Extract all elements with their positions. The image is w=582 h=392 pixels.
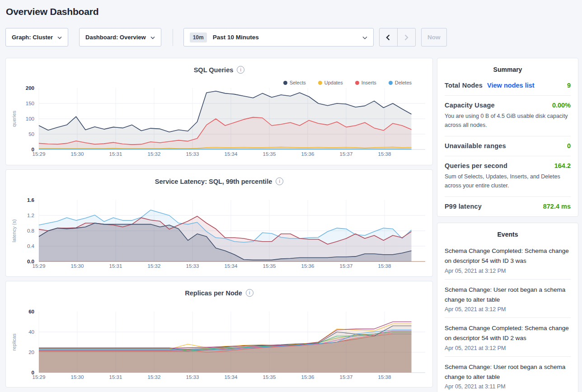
- page-title: Overview Dashboard: [0, 0, 582, 17]
- svg-text:15:30: 15:30: [71, 151, 84, 157]
- svg-text:60: 60: [28, 309, 34, 314]
- summary-row: Unavailable ranges0: [445, 136, 571, 156]
- summary-value: 872.4 ms: [543, 203, 571, 210]
- svg-text:15:35: 15:35: [263, 263, 276, 269]
- graph-dropdown[interactable]: Graph: Cluster: [5, 28, 68, 47]
- svg-text:queries: queries: [11, 110, 17, 127]
- svg-text:15:36: 15:36: [301, 374, 314, 380]
- svg-text:15:38: 15:38: [378, 263, 391, 269]
- event-item[interactable]: Schema Change Completed: Schema change o…: [445, 318, 571, 357]
- event-message: Schema Change Completed: Schema change o…: [445, 246, 571, 266]
- svg-text:15:37: 15:37: [340, 151, 353, 157]
- summary-label: Unavailable ranges: [445, 142, 506, 149]
- time-next-button[interactable]: [397, 28, 415, 46]
- svg-text:40: 40: [28, 329, 34, 335]
- time-prev-button[interactable]: [380, 28, 397, 46]
- svg-text:15:31: 15:31: [109, 263, 122, 269]
- svg-text:1.6: 1.6: [27, 197, 34, 203]
- time-nav-group: [379, 28, 416, 47]
- summary-row: Capacity Usage0.00%You are using 0 B of …: [445, 96, 571, 136]
- chevron-down-icon: [362, 33, 367, 42]
- charts-column: SQL Queries i SelectsUpdatesInsertsDelet…: [5, 58, 433, 387]
- svg-text:150: 150: [26, 101, 34, 106]
- svg-text:20: 20: [28, 350, 34, 355]
- summary-value: 9: [567, 82, 571, 89]
- event-message: Schema Change: User root began a schema …: [445, 285, 571, 305]
- chart-card-replicas-per-node: Replicas per Node i 604020015:2915:3015:…: [5, 281, 433, 387]
- svg-text:1.2: 1.2: [27, 213, 34, 218]
- chart-title: SQL Queries: [194, 66, 234, 74]
- summary-label: Total Nodes: [445, 82, 483, 89]
- summary-label: Capacity Usage: [445, 102, 495, 109]
- svg-text:15:32: 15:32: [148, 263, 161, 269]
- toolbar: Graph: Cluster Dashboard: Overview 10m P…: [5, 28, 577, 47]
- svg-text:15:37: 15:37: [340, 374, 353, 380]
- svg-text:50: 50: [28, 131, 34, 137]
- svg-text:15:29: 15:29: [33, 151, 46, 157]
- service-latency-chart[interactable]: 1.61.20.80.40.015:2915:3015:3115:3215:33…: [6, 196, 432, 272]
- replicas-per-node-chart[interactable]: 604020015:2915:3015:3115:3215:3315:3415:…: [6, 307, 432, 384]
- chevron-down-icon: [57, 34, 62, 41]
- svg-text:15:37: 15:37: [340, 263, 353, 269]
- svg-text:15:33: 15:33: [186, 374, 199, 380]
- summary-row: Queries per second164.2Sum of Selects, U…: [445, 156, 571, 197]
- svg-text:100: 100: [26, 116, 34, 121]
- chart-card-sql-queries: SQL Queries i SelectsUpdatesInsertsDelet…: [5, 58, 433, 165]
- svg-text:15:34: 15:34: [225, 263, 238, 269]
- chart-title: Service Latency: SQL, 99th percentile: [155, 178, 272, 185]
- svg-text:15:36: 15:36: [301, 263, 314, 269]
- chart-card-service-latency: Service Latency: SQL, 99th percentile i …: [5, 169, 433, 277]
- summary-value: 0.00%: [552, 102, 571, 109]
- time-range-selector[interactable]: 10m Past 10 Minutes: [183, 28, 374, 47]
- svg-text:15:31: 15:31: [109, 374, 122, 380]
- svg-text:15:33: 15:33: [186, 151, 199, 157]
- svg-text:15:34: 15:34: [225, 151, 238, 157]
- svg-text:15:38: 15:38: [378, 374, 391, 380]
- view-nodes-list-link[interactable]: View nodes list: [487, 82, 535, 89]
- svg-text:latency (s): latency (s): [11, 219, 17, 243]
- svg-text:15:36: 15:36: [301, 151, 314, 157]
- event-timestamp: Apr 05, 2021 at 3:12 PM: [445, 306, 571, 313]
- svg-text:15:29: 15:29: [33, 263, 46, 269]
- summary-value: 0: [567, 142, 571, 149]
- svg-text:15:32: 15:32: [148, 374, 161, 380]
- time-range-badge: 10m: [190, 33, 207, 42]
- main-content: SQL Queries i SelectsUpdatesInsertsDelet…: [5, 58, 578, 392]
- svg-text:15:32: 15:32: [148, 151, 161, 157]
- events-title: Events: [445, 223, 571, 241]
- svg-text:replicas: replicas: [11, 333, 17, 350]
- event-message: Schema Change: User root began a schema …: [445, 362, 571, 383]
- svg-text:15:34: 15:34: [225, 374, 238, 380]
- event-message: Schema Change Completed: Schema change o…: [445, 323, 571, 344]
- event-timestamp: Apr 05, 2021 at 3:12 PM: [445, 345, 571, 351]
- event-item[interactable]: Schema Change: User root began a schema …: [445, 280, 571, 318]
- chevron-down-icon: [150, 34, 155, 41]
- summary-label: Queries per second: [445, 162, 507, 169]
- svg-text:15:38: 15:38: [378, 151, 391, 157]
- summary-row: Total NodesView nodes list9: [445, 76, 571, 96]
- event-timestamp: Apr 05, 2021 at 3:11 PM: [445, 383, 571, 390]
- toolbar-divider: [173, 29, 173, 46]
- svg-text:15:29: 15:29: [33, 374, 46, 380]
- now-button[interactable]: Now: [421, 28, 447, 47]
- info-icon[interactable]: i: [246, 289, 253, 297]
- summary-subtext: Sum of Selects, Updates, Inserts, and De…: [445, 172, 571, 190]
- event-timestamp: Apr 05, 2021 at 3:12 PM: [445, 268, 571, 274]
- summary-value: 164.2: [554, 162, 571, 169]
- svg-text:15:31: 15:31: [109, 151, 122, 157]
- events-panel: Events Schema Change Completed: Schema c…: [437, 223, 578, 392]
- svg-text:0.4: 0.4: [27, 243, 35, 249]
- event-item[interactable]: Schema Change: User root began a schema …: [445, 357, 571, 392]
- summary-panel: Summary Total NodesView nodes list9Capac…: [437, 58, 578, 217]
- sidebar: Summary Total NodesView nodes list9Capac…: [437, 58, 578, 392]
- summary-subtext: You are using 0 B of 4.5 GiB usable disk…: [445, 112, 571, 130]
- event-item[interactable]: Schema Change Completed: Schema change o…: [445, 241, 571, 280]
- svg-text:200: 200: [26, 85, 34, 91]
- sql-queries-chart[interactable]: 20015010050015:2915:3015:3115:3215:3315:…: [6, 84, 432, 160]
- dashboard-dropdown[interactable]: Dashboard: Overview: [79, 28, 161, 47]
- info-icon[interactable]: i: [237, 66, 244, 74]
- graph-dropdown-label: Graph: Cluster: [12, 34, 53, 41]
- info-icon[interactable]: i: [276, 177, 283, 185]
- time-range-label: Past 10 Minutes: [213, 34, 259, 41]
- chart-title: Replicas per Node: [185, 289, 242, 297]
